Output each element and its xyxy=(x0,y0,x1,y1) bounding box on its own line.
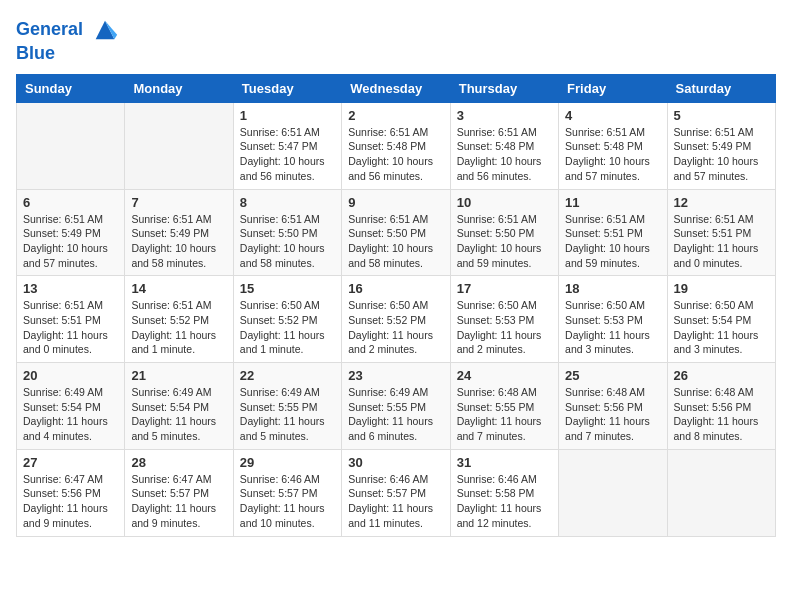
day-info: Sunrise: 6:51 AM Sunset: 5:48 PM Dayligh… xyxy=(457,125,552,184)
calendar-cell xyxy=(17,102,125,189)
day-number: 24 xyxy=(457,368,552,383)
day-number: 21 xyxy=(131,368,226,383)
day-info: Sunrise: 6:46 AM Sunset: 5:57 PM Dayligh… xyxy=(240,472,335,531)
day-number: 23 xyxy=(348,368,443,383)
day-info: Sunrise: 6:50 AM Sunset: 5:53 PM Dayligh… xyxy=(565,298,660,357)
calendar-week-row: 27Sunrise: 6:47 AM Sunset: 5:56 PM Dayli… xyxy=(17,449,776,536)
day-info: Sunrise: 6:46 AM Sunset: 5:58 PM Dayligh… xyxy=(457,472,552,531)
calendar-cell: 13Sunrise: 6:51 AM Sunset: 5:51 PM Dayli… xyxy=(17,276,125,363)
day-number: 30 xyxy=(348,455,443,470)
calendar-cell: 28Sunrise: 6:47 AM Sunset: 5:57 PM Dayli… xyxy=(125,449,233,536)
calendar-cell: 22Sunrise: 6:49 AM Sunset: 5:55 PM Dayli… xyxy=(233,363,341,450)
calendar-cell: 29Sunrise: 6:46 AM Sunset: 5:57 PM Dayli… xyxy=(233,449,341,536)
day-info: Sunrise: 6:51 AM Sunset: 5:50 PM Dayligh… xyxy=(457,212,552,271)
day-info: Sunrise: 6:51 AM Sunset: 5:51 PM Dayligh… xyxy=(23,298,118,357)
day-info: Sunrise: 6:51 AM Sunset: 5:49 PM Dayligh… xyxy=(674,125,769,184)
logo-text: General Blue xyxy=(16,16,119,64)
day-info: Sunrise: 6:51 AM Sunset: 5:50 PM Dayligh… xyxy=(240,212,335,271)
day-number: 6 xyxy=(23,195,118,210)
day-number: 18 xyxy=(565,281,660,296)
calendar-cell: 2Sunrise: 6:51 AM Sunset: 5:48 PM Daylig… xyxy=(342,102,450,189)
day-of-week-header: Wednesday xyxy=(342,74,450,102)
day-number: 10 xyxy=(457,195,552,210)
day-number: 14 xyxy=(131,281,226,296)
day-info: Sunrise: 6:51 AM Sunset: 5:49 PM Dayligh… xyxy=(131,212,226,271)
day-number: 3 xyxy=(457,108,552,123)
day-info: Sunrise: 6:49 AM Sunset: 5:55 PM Dayligh… xyxy=(240,385,335,444)
calendar-table: SundayMondayTuesdayWednesdayThursdayFrid… xyxy=(16,74,776,537)
calendar-header-row: SundayMondayTuesdayWednesdayThursdayFrid… xyxy=(17,74,776,102)
calendar-cell: 6Sunrise: 6:51 AM Sunset: 5:49 PM Daylig… xyxy=(17,189,125,276)
day-number: 28 xyxy=(131,455,226,470)
day-number: 5 xyxy=(674,108,769,123)
day-number: 15 xyxy=(240,281,335,296)
day-of-week-header: Friday xyxy=(559,74,667,102)
calendar-cell: 24Sunrise: 6:48 AM Sunset: 5:55 PM Dayli… xyxy=(450,363,558,450)
calendar-cell: 19Sunrise: 6:50 AM Sunset: 5:54 PM Dayli… xyxy=(667,276,775,363)
day-number: 7 xyxy=(131,195,226,210)
calendar-week-row: 13Sunrise: 6:51 AM Sunset: 5:51 PM Dayli… xyxy=(17,276,776,363)
day-info: Sunrise: 6:51 AM Sunset: 5:48 PM Dayligh… xyxy=(565,125,660,184)
calendar-cell: 15Sunrise: 6:50 AM Sunset: 5:52 PM Dayli… xyxy=(233,276,341,363)
calendar-cell xyxy=(667,449,775,536)
day-info: Sunrise: 6:47 AM Sunset: 5:56 PM Dayligh… xyxy=(23,472,118,531)
day-info: Sunrise: 6:51 AM Sunset: 5:49 PM Dayligh… xyxy=(23,212,118,271)
calendar-cell: 3Sunrise: 6:51 AM Sunset: 5:48 PM Daylig… xyxy=(450,102,558,189)
day-number: 1 xyxy=(240,108,335,123)
calendar-cell: 17Sunrise: 6:50 AM Sunset: 5:53 PM Dayli… xyxy=(450,276,558,363)
calendar-cell: 18Sunrise: 6:50 AM Sunset: 5:53 PM Dayli… xyxy=(559,276,667,363)
calendar-week-row: 20Sunrise: 6:49 AM Sunset: 5:54 PM Dayli… xyxy=(17,363,776,450)
calendar-cell: 27Sunrise: 6:47 AM Sunset: 5:56 PM Dayli… xyxy=(17,449,125,536)
day-info: Sunrise: 6:51 AM Sunset: 5:50 PM Dayligh… xyxy=(348,212,443,271)
calendar-week-row: 1Sunrise: 6:51 AM Sunset: 5:47 PM Daylig… xyxy=(17,102,776,189)
day-number: 19 xyxy=(674,281,769,296)
page-header: General Blue xyxy=(16,16,776,64)
calendar-cell: 25Sunrise: 6:48 AM Sunset: 5:56 PM Dayli… xyxy=(559,363,667,450)
day-number: 31 xyxy=(457,455,552,470)
calendar-week-row: 6Sunrise: 6:51 AM Sunset: 5:49 PM Daylig… xyxy=(17,189,776,276)
day-number: 27 xyxy=(23,455,118,470)
calendar-cell xyxy=(125,102,233,189)
day-info: Sunrise: 6:51 AM Sunset: 5:52 PM Dayligh… xyxy=(131,298,226,357)
calendar-cell: 9Sunrise: 6:51 AM Sunset: 5:50 PM Daylig… xyxy=(342,189,450,276)
day-number: 22 xyxy=(240,368,335,383)
calendar-cell: 12Sunrise: 6:51 AM Sunset: 5:51 PM Dayli… xyxy=(667,189,775,276)
day-info: Sunrise: 6:48 AM Sunset: 5:56 PM Dayligh… xyxy=(565,385,660,444)
day-info: Sunrise: 6:50 AM Sunset: 5:53 PM Dayligh… xyxy=(457,298,552,357)
day-info: Sunrise: 6:48 AM Sunset: 5:55 PM Dayligh… xyxy=(457,385,552,444)
calendar-cell: 23Sunrise: 6:49 AM Sunset: 5:55 PM Dayli… xyxy=(342,363,450,450)
calendar-cell: 21Sunrise: 6:49 AM Sunset: 5:54 PM Dayli… xyxy=(125,363,233,450)
calendar-cell: 11Sunrise: 6:51 AM Sunset: 5:51 PM Dayli… xyxy=(559,189,667,276)
day-info: Sunrise: 6:51 AM Sunset: 5:51 PM Dayligh… xyxy=(565,212,660,271)
day-info: Sunrise: 6:50 AM Sunset: 5:54 PM Dayligh… xyxy=(674,298,769,357)
calendar-cell: 14Sunrise: 6:51 AM Sunset: 5:52 PM Dayli… xyxy=(125,276,233,363)
calendar-cell: 8Sunrise: 6:51 AM Sunset: 5:50 PM Daylig… xyxy=(233,189,341,276)
calendar-cell: 4Sunrise: 6:51 AM Sunset: 5:48 PM Daylig… xyxy=(559,102,667,189)
day-info: Sunrise: 6:50 AM Sunset: 5:52 PM Dayligh… xyxy=(240,298,335,357)
day-info: Sunrise: 6:50 AM Sunset: 5:52 PM Dayligh… xyxy=(348,298,443,357)
day-info: Sunrise: 6:48 AM Sunset: 5:56 PM Dayligh… xyxy=(674,385,769,444)
day-info: Sunrise: 6:51 AM Sunset: 5:51 PM Dayligh… xyxy=(674,212,769,271)
calendar-cell: 10Sunrise: 6:51 AM Sunset: 5:50 PM Dayli… xyxy=(450,189,558,276)
day-info: Sunrise: 6:49 AM Sunset: 5:54 PM Dayligh… xyxy=(23,385,118,444)
day-number: 2 xyxy=(348,108,443,123)
calendar-cell xyxy=(559,449,667,536)
calendar-cell: 5Sunrise: 6:51 AM Sunset: 5:49 PM Daylig… xyxy=(667,102,775,189)
calendar-body: 1Sunrise: 6:51 AM Sunset: 5:47 PM Daylig… xyxy=(17,102,776,536)
calendar-cell: 20Sunrise: 6:49 AM Sunset: 5:54 PM Dayli… xyxy=(17,363,125,450)
day-number: 29 xyxy=(240,455,335,470)
day-of-week-header: Saturday xyxy=(667,74,775,102)
day-info: Sunrise: 6:49 AM Sunset: 5:55 PM Dayligh… xyxy=(348,385,443,444)
day-number: 25 xyxy=(565,368,660,383)
day-of-week-header: Thursday xyxy=(450,74,558,102)
day-of-week-header: Sunday xyxy=(17,74,125,102)
day-of-week-header: Tuesday xyxy=(233,74,341,102)
day-number: 8 xyxy=(240,195,335,210)
day-number: 4 xyxy=(565,108,660,123)
day-number: 20 xyxy=(23,368,118,383)
day-number: 16 xyxy=(348,281,443,296)
calendar-cell: 1Sunrise: 6:51 AM Sunset: 5:47 PM Daylig… xyxy=(233,102,341,189)
day-info: Sunrise: 6:51 AM Sunset: 5:48 PM Dayligh… xyxy=(348,125,443,184)
day-number: 13 xyxy=(23,281,118,296)
day-number: 9 xyxy=(348,195,443,210)
